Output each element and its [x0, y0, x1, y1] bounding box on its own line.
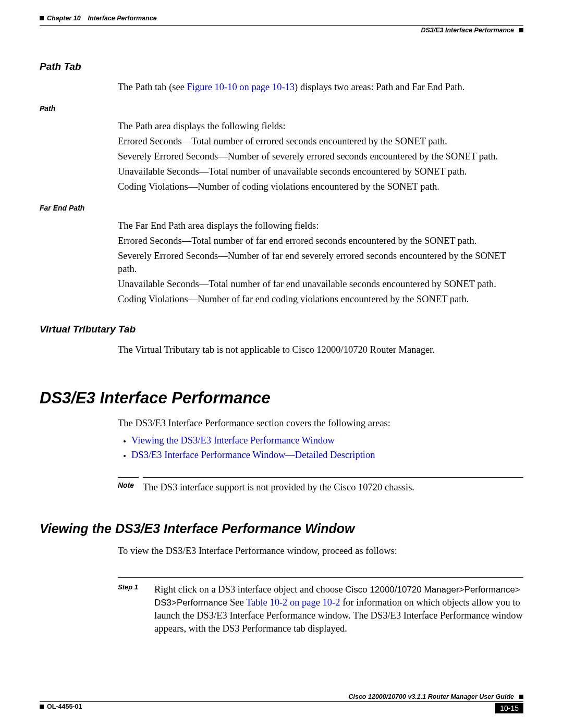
footer-doc-id: OL-4455-01 — [47, 703, 82, 710]
field-desc: Unavailable Seconds—Total number of far … — [118, 278, 523, 291]
link-figure[interactable]: Figure 10-10 on page 10-13 — [187, 82, 295, 92]
page-footer: Cisco 12000/10700 v3.1.1 Router Manager … — [40, 693, 523, 713]
link-table[interactable]: Table 10-2 on page 10-2 — [246, 597, 340, 608]
note-text: The DS3 interface support is not provide… — [143, 481, 523, 494]
field-desc: Errored Seconds—Total number of far end … — [118, 235, 523, 248]
field-desc: Severely Errored Seconds—Number of far e… — [118, 250, 523, 276]
header-rule — [40, 25, 523, 26]
viewing-intro: To view the DS3/E3 Interface Performance… — [118, 545, 523, 558]
bullet-link[interactable]: DS3/E3 Interface Performance Window—Deta… — [131, 448, 523, 463]
chapter-label: Chapter 10 — [47, 15, 81, 22]
field-desc: Coding Violations—Number of coding viola… — [118, 180, 523, 193]
note-rule — [118, 477, 139, 478]
vt-text: The Virtual Tributary tab is not applica… — [118, 343, 523, 356]
page-number: 10-15 — [495, 703, 523, 713]
heading-virtual-tributary: Virtual Tributary Tab — [40, 324, 523, 335]
running-header: Chapter 10 Interface Performance — [40, 15, 523, 22]
heading-viewing: Viewing the DS3/E3 Interface Performance… — [40, 521, 523, 536]
heading-ds3e3: DS3/E3 Interface Performance — [40, 389, 523, 408]
path-tab-intro: The Path tab (see Figure 10-10 on page 1… — [118, 81, 523, 94]
header-marker-icon — [519, 28, 523, 32]
field-desc: Coding Violations—Number of far end codi… — [118, 293, 523, 306]
step-block: Step 1 Right click on a DS3 interface ob… — [118, 577, 523, 637]
bullet-list: Viewing the DS3/E3 Interface Performance… — [118, 433, 523, 463]
heading-path: Path — [40, 104, 523, 113]
step-text: Right click on a DS3 interface object an… — [154, 583, 523, 635]
far-end-intro: The Far End Path area displays the follo… — [118, 219, 523, 232]
footer-rule — [40, 701, 523, 702]
header-marker-icon — [40, 16, 44, 20]
field-desc: Severely Errored Seconds—Number of sever… — [118, 150, 523, 163]
footer-marker-icon — [40, 705, 44, 709]
heading-far-end-path: Far End Path — [40, 204, 523, 212]
field-desc: Unavailable Seconds—Total number of unav… — [118, 165, 523, 178]
chapter-title: Interface Performance — [88, 15, 157, 22]
ds3-intro: The DS3/E3 Interface Performance section… — [118, 417, 523, 430]
heading-path-tab: Path Tab — [40, 61, 523, 72]
note-block: Note The DS3 interface support is not pr… — [118, 477, 523, 496]
running-header-sub: DS3/E3 Interface Performance — [40, 27, 523, 34]
note-rule — [143, 477, 523, 478]
section-title: DS3/E3 Interface Performance — [421, 27, 514, 34]
bullet-link[interactable]: Viewing the DS3/E3 Interface Performance… — [131, 433, 523, 448]
step-label: Step 1 — [118, 583, 149, 591]
footer-marker-icon — [519, 695, 523, 699]
note-label: Note — [118, 481, 143, 489]
path-intro: The Path area displays the following fie… — [118, 120, 523, 133]
footer-guide-title: Cisco 12000/10700 v3.1.1 Router Manager … — [348, 693, 514, 700]
field-desc: Errored Seconds—Total number of errored … — [118, 135, 523, 148]
